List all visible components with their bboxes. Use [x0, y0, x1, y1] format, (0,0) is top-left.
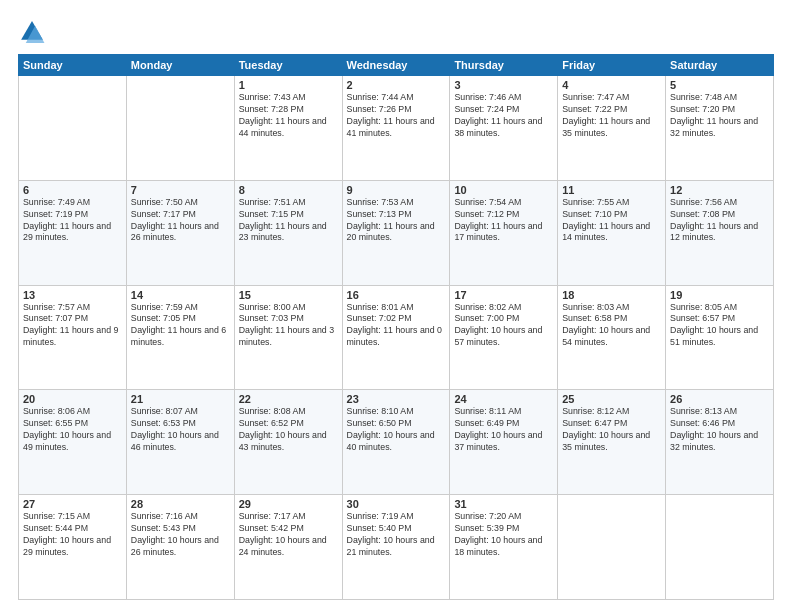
calendar-cell: [558, 495, 666, 600]
day-number: 15: [239, 289, 338, 301]
day-number: 4: [562, 79, 661, 91]
day-number: 22: [239, 393, 338, 405]
weekday-header-sunday: Sunday: [19, 55, 127, 76]
day-number: 31: [454, 498, 553, 510]
day-info: Sunrise: 7:53 AM Sunset: 7:13 PM Dayligh…: [347, 197, 446, 245]
weekday-header-thursday: Thursday: [450, 55, 558, 76]
page: SundayMondayTuesdayWednesdayThursdayFrid…: [0, 0, 792, 612]
day-number: 7: [131, 184, 230, 196]
day-number: 13: [23, 289, 122, 301]
calendar-cell: 28Sunrise: 7:16 AM Sunset: 5:43 PM Dayli…: [126, 495, 234, 600]
day-number: 29: [239, 498, 338, 510]
day-number: 18: [562, 289, 661, 301]
day-number: 3: [454, 79, 553, 91]
calendar-week-1: 1Sunrise: 7:43 AM Sunset: 7:28 PM Daylig…: [19, 76, 774, 181]
day-info: Sunrise: 7:17 AM Sunset: 5:42 PM Dayligh…: [239, 511, 338, 559]
day-number: 24: [454, 393, 553, 405]
day-info: Sunrise: 7:54 AM Sunset: 7:12 PM Dayligh…: [454, 197, 553, 245]
calendar-cell: 8Sunrise: 7:51 AM Sunset: 7:15 PM Daylig…: [234, 180, 342, 285]
day-number: 10: [454, 184, 553, 196]
day-info: Sunrise: 7:59 AM Sunset: 7:05 PM Dayligh…: [131, 302, 230, 350]
calendar-cell: 11Sunrise: 7:55 AM Sunset: 7:10 PM Dayli…: [558, 180, 666, 285]
day-info: Sunrise: 7:44 AM Sunset: 7:26 PM Dayligh…: [347, 92, 446, 140]
calendar-cell: 24Sunrise: 8:11 AM Sunset: 6:49 PM Dayli…: [450, 390, 558, 495]
calendar-cell: 22Sunrise: 8:08 AM Sunset: 6:52 PM Dayli…: [234, 390, 342, 495]
calendar-cell: 16Sunrise: 8:01 AM Sunset: 7:02 PM Dayli…: [342, 285, 450, 390]
calendar-cell: [666, 495, 774, 600]
day-info: Sunrise: 8:10 AM Sunset: 6:50 PM Dayligh…: [347, 406, 446, 454]
calendar-cell: 19Sunrise: 8:05 AM Sunset: 6:57 PM Dayli…: [666, 285, 774, 390]
calendar-week-2: 6Sunrise: 7:49 AM Sunset: 7:19 PM Daylig…: [19, 180, 774, 285]
calendar-cell: 14Sunrise: 7:59 AM Sunset: 7:05 PM Dayli…: [126, 285, 234, 390]
calendar-cell: 2Sunrise: 7:44 AM Sunset: 7:26 PM Daylig…: [342, 76, 450, 181]
day-number: 8: [239, 184, 338, 196]
day-number: 19: [670, 289, 769, 301]
day-info: Sunrise: 7:16 AM Sunset: 5:43 PM Dayligh…: [131, 511, 230, 559]
calendar-cell: 10Sunrise: 7:54 AM Sunset: 7:12 PM Dayli…: [450, 180, 558, 285]
day-info: Sunrise: 8:00 AM Sunset: 7:03 PM Dayligh…: [239, 302, 338, 350]
day-info: Sunrise: 8:06 AM Sunset: 6:55 PM Dayligh…: [23, 406, 122, 454]
day-number: 23: [347, 393, 446, 405]
calendar-cell: 20Sunrise: 8:06 AM Sunset: 6:55 PM Dayli…: [19, 390, 127, 495]
day-info: Sunrise: 7:46 AM Sunset: 7:24 PM Dayligh…: [454, 92, 553, 140]
day-number: 26: [670, 393, 769, 405]
day-info: Sunrise: 8:05 AM Sunset: 6:57 PM Dayligh…: [670, 302, 769, 350]
logo-icon: [18, 18, 46, 46]
day-number: 27: [23, 498, 122, 510]
calendar-cell: 4Sunrise: 7:47 AM Sunset: 7:22 PM Daylig…: [558, 76, 666, 181]
calendar-cell: 30Sunrise: 7:19 AM Sunset: 5:40 PM Dayli…: [342, 495, 450, 600]
logo: [18, 18, 50, 46]
day-number: 16: [347, 289, 446, 301]
day-info: Sunrise: 7:50 AM Sunset: 7:17 PM Dayligh…: [131, 197, 230, 245]
day-info: Sunrise: 8:07 AM Sunset: 6:53 PM Dayligh…: [131, 406, 230, 454]
day-number: 6: [23, 184, 122, 196]
day-info: Sunrise: 7:19 AM Sunset: 5:40 PM Dayligh…: [347, 511, 446, 559]
calendar-cell: 1Sunrise: 7:43 AM Sunset: 7:28 PM Daylig…: [234, 76, 342, 181]
day-info: Sunrise: 8:11 AM Sunset: 6:49 PM Dayligh…: [454, 406, 553, 454]
calendar-cell: 21Sunrise: 8:07 AM Sunset: 6:53 PM Dayli…: [126, 390, 234, 495]
calendar-cell: 29Sunrise: 7:17 AM Sunset: 5:42 PM Dayli…: [234, 495, 342, 600]
calendar-cell: [126, 76, 234, 181]
day-number: 28: [131, 498, 230, 510]
day-info: Sunrise: 7:47 AM Sunset: 7:22 PM Dayligh…: [562, 92, 661, 140]
day-number: 11: [562, 184, 661, 196]
day-number: 30: [347, 498, 446, 510]
calendar-cell: 17Sunrise: 8:02 AM Sunset: 7:00 PM Dayli…: [450, 285, 558, 390]
weekday-header-saturday: Saturday: [666, 55, 774, 76]
calendar-week-4: 20Sunrise: 8:06 AM Sunset: 6:55 PM Dayli…: [19, 390, 774, 495]
calendar-cell: 15Sunrise: 8:00 AM Sunset: 7:03 PM Dayli…: [234, 285, 342, 390]
calendar-table: SundayMondayTuesdayWednesdayThursdayFrid…: [18, 54, 774, 600]
day-info: Sunrise: 7:20 AM Sunset: 5:39 PM Dayligh…: [454, 511, 553, 559]
day-number: 5: [670, 79, 769, 91]
day-number: 14: [131, 289, 230, 301]
day-info: Sunrise: 8:12 AM Sunset: 6:47 PM Dayligh…: [562, 406, 661, 454]
day-info: Sunrise: 8:01 AM Sunset: 7:02 PM Dayligh…: [347, 302, 446, 350]
calendar-cell: 3Sunrise: 7:46 AM Sunset: 7:24 PM Daylig…: [450, 76, 558, 181]
day-info: Sunrise: 7:43 AM Sunset: 7:28 PM Dayligh…: [239, 92, 338, 140]
calendar-cell: [19, 76, 127, 181]
calendar-cell: 13Sunrise: 7:57 AM Sunset: 7:07 PM Dayli…: [19, 285, 127, 390]
day-info: Sunrise: 8:02 AM Sunset: 7:00 PM Dayligh…: [454, 302, 553, 350]
weekday-row: SundayMondayTuesdayWednesdayThursdayFrid…: [19, 55, 774, 76]
calendar-week-3: 13Sunrise: 7:57 AM Sunset: 7:07 PM Dayli…: [19, 285, 774, 390]
calendar-cell: 9Sunrise: 7:53 AM Sunset: 7:13 PM Daylig…: [342, 180, 450, 285]
day-number: 17: [454, 289, 553, 301]
day-number: 20: [23, 393, 122, 405]
calendar-cell: 6Sunrise: 7:49 AM Sunset: 7:19 PM Daylig…: [19, 180, 127, 285]
weekday-header-tuesday: Tuesday: [234, 55, 342, 76]
day-info: Sunrise: 7:15 AM Sunset: 5:44 PM Dayligh…: [23, 511, 122, 559]
calendar-body: 1Sunrise: 7:43 AM Sunset: 7:28 PM Daylig…: [19, 76, 774, 600]
day-number: 21: [131, 393, 230, 405]
day-info: Sunrise: 8:08 AM Sunset: 6:52 PM Dayligh…: [239, 406, 338, 454]
calendar-week-5: 27Sunrise: 7:15 AM Sunset: 5:44 PM Dayli…: [19, 495, 774, 600]
calendar-cell: 5Sunrise: 7:48 AM Sunset: 7:20 PM Daylig…: [666, 76, 774, 181]
day-info: Sunrise: 7:57 AM Sunset: 7:07 PM Dayligh…: [23, 302, 122, 350]
day-info: Sunrise: 7:56 AM Sunset: 7:08 PM Dayligh…: [670, 197, 769, 245]
calendar-cell: 27Sunrise: 7:15 AM Sunset: 5:44 PM Dayli…: [19, 495, 127, 600]
day-number: 12: [670, 184, 769, 196]
day-number: 1: [239, 79, 338, 91]
calendar-cell: 7Sunrise: 7:50 AM Sunset: 7:17 PM Daylig…: [126, 180, 234, 285]
day-info: Sunrise: 8:03 AM Sunset: 6:58 PM Dayligh…: [562, 302, 661, 350]
calendar-cell: 31Sunrise: 7:20 AM Sunset: 5:39 PM Dayli…: [450, 495, 558, 600]
weekday-header-monday: Monday: [126, 55, 234, 76]
